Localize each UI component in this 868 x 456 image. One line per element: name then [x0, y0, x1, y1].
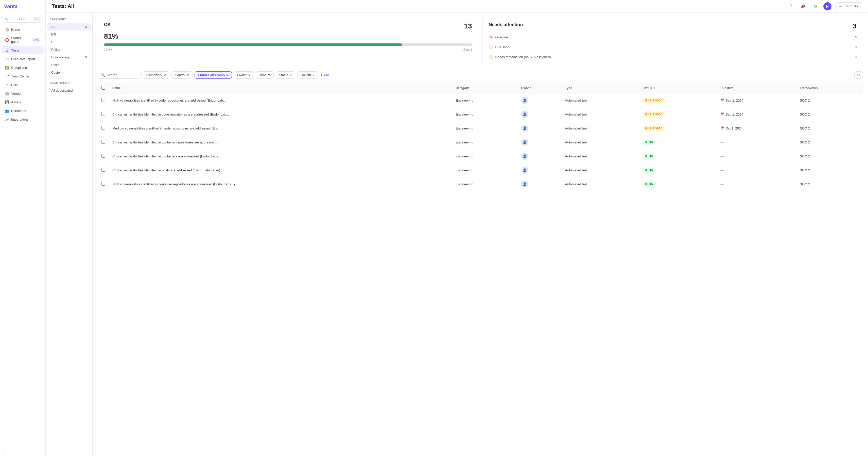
category-item-hr[interactable]: HR	[47, 31, 91, 38]
row-checkbox[interactable]	[101, 154, 105, 158]
home-icon: 🏠	[5, 27, 9, 31]
chevron-down-icon: ∨	[312, 73, 315, 77]
find-input-area[interactable]: 🔍 Find... ⌘+K	[3, 16, 43, 23]
right-panel: OK 13 81% 13 OK 16 total Needs atte	[93, 13, 868, 456]
sidebar-item-tests[interactable]: ☑ Tests	[2, 46, 44, 54]
sidebar-item-risk[interactable]: ⚠ Risk ›	[2, 81, 44, 89]
summary-row: OK 13 81% 13 OK 16 total Needs atte	[98, 17, 863, 67]
chevron-down-icon: ∨	[268, 73, 270, 77]
category-badge-engineering: 3	[85, 56, 87, 59]
sort-icon: ↑	[654, 86, 655, 90]
row-owner-cell: 👤	[518, 149, 562, 163]
row-checkbox[interactable]	[101, 168, 105, 172]
row-status-cell: Due soon	[639, 93, 717, 107]
row-status-cell: Due soon	[639, 107, 717, 121]
row-name-cell: High vulnerabilities identified in conta…	[109, 177, 452, 191]
framework-filter-button[interactable]: Framework ∨	[143, 72, 169, 79]
integrations-icon: 🔗	[5, 117, 9, 121]
row-checkbox-cell[interactable]	[98, 177, 109, 191]
collapse-icon: ←|	[4, 450, 7, 453]
owner-filter-button[interactable]: Owner ∨	[234, 72, 254, 79]
row-checkbox[interactable]	[101, 98, 105, 102]
sidebar-item-vendor[interactable]: 🏢 Vendor	[2, 89, 44, 97]
row-owner-cell: 👤	[518, 163, 562, 177]
select-all-checkbox[interactable]	[101, 86, 105, 90]
filter-settings-button[interactable]: ⚙	[854, 72, 863, 79]
edit-slas-button[interactable]: ✏ Edit SLAs	[836, 2, 862, 10]
category-item-policy[interactable]: Policy	[47, 46, 91, 53]
status-filter-button[interactable]: Status ∨	[276, 72, 296, 79]
category-item-risks[interactable]: Risks	[47, 61, 91, 68]
table-row: Medium vulnerabilities identified in cod…	[98, 121, 863, 135]
ok-progress-fill	[104, 44, 402, 46]
sidebar-item-integrations[interactable]: 🔗 Integrations	[2, 115, 44, 123]
row-status-cell: Due soon	[639, 121, 717, 135]
control-filter-button[interactable]: Control ∨	[172, 72, 192, 79]
row-checkbox[interactable]	[101, 182, 105, 186]
clear-button[interactable]: Clear	[320, 72, 330, 79]
sidebar-item-home[interactable]: 🏠 Home	[2, 25, 44, 33]
row-date-cell: —	[717, 135, 796, 149]
row-category-cell: Engineering	[452, 149, 518, 163]
row-checkbox[interactable]	[101, 126, 105, 130]
row-checkbox-cell[interactable]	[98, 107, 109, 121]
find-wrapper[interactable]: 🔍 Find... ⌘+K	[3, 16, 43, 23]
owner-avatar: 👤	[521, 125, 528, 132]
table-row: Critical vulnerabilities identified in c…	[98, 107, 863, 121]
col-header-frameworks: Frameworks	[796, 83, 863, 93]
row-checkbox-cell[interactable]	[98, 121, 109, 135]
category-item-engineering[interactable]: Engineering 3	[47, 54, 91, 61]
owner-avatar: 👤	[521, 152, 528, 160]
owner-avatar: 👤	[521, 180, 528, 188]
rollout-filter-button[interactable]: Rollout ∨	[297, 72, 318, 79]
category-item-all-deactivated[interactable]: All deactivated	[47, 87, 91, 94]
row-checkbox-cell[interactable]	[98, 149, 109, 163]
category-item-custom[interactable]: Custom	[47, 69, 91, 76]
category-item-all[interactable]: All 3	[47, 23, 91, 30]
row-name-cell: Medium vulnerabilities identified in cod…	[109, 121, 452, 135]
sidebar-item-executive-report[interactable]: 📄 Executive report	[2, 55, 44, 63]
sidebar-item-personnel[interactable]: 👥 Personnel ›	[2, 107, 44, 115]
category-panel: CATEGORY All 3 HR IT Policy Engineering …	[45, 13, 93, 456]
sidebar-item-starter-guide[interactable]: ⭕ Starter guide 18%	[2, 34, 44, 46]
col-header-status[interactable]: Status ↑	[639, 83, 717, 93]
row-category-cell: Engineering	[452, 163, 518, 177]
attention-nosla-row: ! Needs remediation (no SLA assigned) 0	[489, 52, 857, 62]
row-name-cell: Critical vulnerabilities identified in c…	[109, 107, 452, 121]
attention-duesoon-row: 🕐 Due soon 3	[489, 42, 857, 52]
endor-labs-filter-button[interactable]: Endor Labs Scan ∨	[194, 72, 232, 79]
attention-count: 3	[852, 22, 857, 30]
row-checkbox-cell[interactable]	[98, 135, 109, 149]
row-category-cell: Engineering	[452, 177, 518, 191]
row-name-cell: Critical vulnerabilities identified in c…	[109, 149, 452, 163]
select-all-checkbox-header[interactable]	[98, 83, 109, 93]
row-checkbox-cell[interactable]	[98, 163, 109, 177]
avatar[interactable]: N	[824, 2, 832, 10]
row-checkbox[interactable]	[101, 140, 105, 144]
row-frameworks-cell: SOC 2	[796, 135, 863, 149]
sidebar-item-trust-center[interactable]: 🛡 Trust Center ›	[2, 72, 44, 80]
row-frameworks-cell: SOC 2	[796, 107, 863, 121]
sidebar-item-assets[interactable]: 💾 Assets ›	[2, 98, 44, 106]
ok-count: 13	[464, 22, 472, 30]
help-icon[interactable]: ?	[787, 2, 795, 10]
chevron-down-icon: ∨	[187, 73, 189, 77]
settings-icon[interactable]: ⚙	[811, 2, 819, 10]
row-checkbox-cell[interactable]	[98, 93, 109, 107]
nosla-icon: !	[489, 55, 493, 59]
assets-icon: 💾	[5, 100, 9, 104]
ok-footer-total: 16 total	[462, 48, 472, 52]
row-owner-cell: 👤	[518, 121, 562, 135]
type-filter-button[interactable]: Type ∨	[256, 72, 273, 79]
bell-icon[interactable]: 📣	[799, 2, 807, 10]
row-checkbox[interactable]	[101, 112, 105, 116]
category-badge-all: 3	[85, 25, 87, 29]
search-input-wrapper[interactable]: 🔍	[98, 71, 141, 79]
starter-guide-badge: 18%	[32, 38, 40, 41]
row-type-cell: Automated test	[562, 135, 639, 149]
tests-icon: ☑	[5, 48, 9, 52]
search-input[interactable]	[107, 73, 137, 77]
sidebar-collapse-button[interactable]: ←|	[0, 447, 45, 456]
sidebar-item-compliance[interactable]: ✅ Compliance ›	[2, 63, 44, 72]
category-item-it[interactable]: IT	[47, 38, 91, 46]
